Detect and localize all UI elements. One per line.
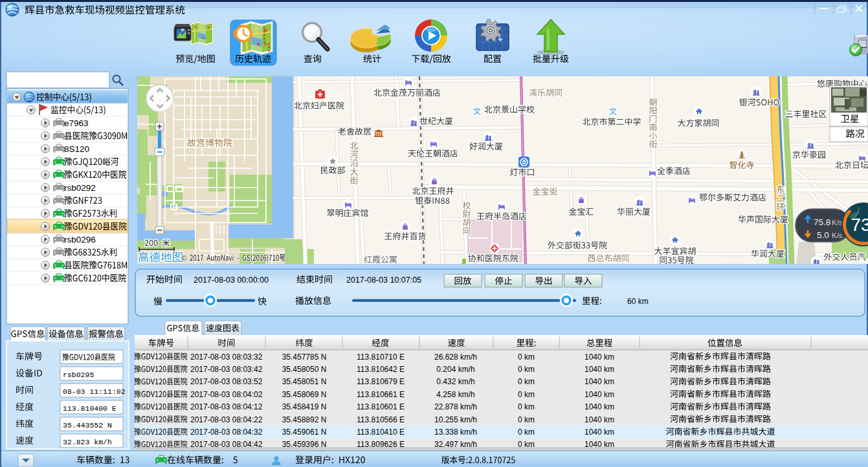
svg-text:0.204 km/h: 0.204 km/h bbox=[436, 365, 474, 374]
svg-text:rsb0295: rsb0295 bbox=[63, 371, 94, 379]
svg-text:0 km: 0 km bbox=[518, 390, 535, 399]
svg-text:1040 km: 1040 km bbox=[584, 402, 614, 411]
svg-text:5.0: 5.0 bbox=[817, 230, 829, 240]
svg-text:0 km: 0 km bbox=[518, 353, 535, 362]
svg-text:0 km: 0 km bbox=[518, 365, 535, 374]
svg-text:22.878 km/h: 22.878 km/h bbox=[434, 402, 477, 411]
svg-text:0 km: 0 km bbox=[518, 377, 535, 386]
svg-text:1040 km: 1040 km bbox=[584, 415, 614, 424]
svg-text:2017-08-03 08:04:32: 2017-08-03 08:04:32 bbox=[190, 428, 263, 437]
svg-text:10.255 km/h: 10.255 km/h bbox=[434, 415, 477, 424]
svg-text:2017-08-03 08:04:12: 2017-08-03 08:04:12 bbox=[190, 402, 263, 411]
svg-text:rsb0292: rsb0292 bbox=[64, 183, 96, 193]
svg-text:35.443552 N: 35.443552 N bbox=[63, 421, 112, 429]
svg-text:13.338 km/h: 13.338 km/h bbox=[434, 428, 477, 437]
svg-text:e7963: e7963 bbox=[64, 118, 89, 128]
svg-text:113.810601 E: 113.810601 E bbox=[357, 402, 405, 411]
svg-text:K/s: K/s bbox=[832, 219, 843, 226]
svg-text:35.458050 N: 35.458050 N bbox=[282, 365, 327, 374]
svg-text:4.258 km/h: 4.258 km/h bbox=[436, 390, 474, 399]
svg-text:60 km: 60 km bbox=[627, 297, 649, 306]
svg-text:1040 km: 1040 km bbox=[584, 365, 614, 374]
svg-text:1040 km: 1040 km bbox=[584, 353, 614, 362]
svg-text:2017-08-03 00:00:00: 2017-08-03 00:00:00 bbox=[194, 276, 269, 285]
svg-text:113.810410 E: 113.810410 E bbox=[357, 428, 405, 437]
svg-text:75.8: 75.8 bbox=[814, 217, 830, 227]
svg-text:2017-08-03 08:03:52: 2017-08-03 08:03:52 bbox=[190, 377, 263, 386]
svg-text:2017-08-03 08:03:42: 2017-08-03 08:03:42 bbox=[190, 365, 263, 374]
svg-text:2017-08-03 10:07:05: 2017-08-03 10:07:05 bbox=[346, 276, 421, 285]
svg-text:0 km: 0 km bbox=[518, 402, 535, 411]
svg-text:rsb0296: rsb0296 bbox=[64, 235, 96, 244]
svg-text:113.810710 E: 113.810710 E bbox=[357, 353, 405, 362]
svg-text:1040 km: 1040 km bbox=[584, 390, 614, 399]
svg-text:113.810679 E: 113.810679 E bbox=[357, 377, 405, 386]
svg-text:35.458892 N: 35.458892 N bbox=[282, 415, 327, 424]
svg-text:8S120: 8S120 bbox=[64, 144, 89, 154]
svg-text:26.628 km/h: 26.628 km/h bbox=[434, 353, 477, 362]
svg-text:113.810566 E: 113.810566 E bbox=[357, 415, 405, 424]
svg-text:0.432 km/h: 0.432 km/h bbox=[436, 377, 474, 386]
svg-text:73: 73 bbox=[851, 215, 868, 235]
svg-text:1040 km: 1040 km bbox=[584, 377, 614, 386]
svg-text:35.458069 N: 35.458069 N bbox=[282, 390, 327, 399]
svg-text:0 km: 0 km bbox=[518, 428, 535, 437]
svg-text:2017-08-03 08:03:32: 2017-08-03 08:03:32 bbox=[190, 353, 263, 362]
svg-text:35.457785 N: 35.457785 N bbox=[282, 353, 327, 362]
svg-text:0 km: 0 km bbox=[518, 415, 535, 424]
svg-text:08-03 11:11:02: 08-03 11:11:02 bbox=[63, 387, 126, 396]
svg-text:2017-08-03 08:04:02: 2017-08-03 08:04:02 bbox=[190, 390, 263, 399]
svg-text:35.459061 N: 35.459061 N bbox=[282, 428, 327, 437]
svg-text:113.810400 E: 113.810400 E bbox=[63, 404, 117, 413]
svg-text:35.458419 N: 35.458419 N bbox=[282, 402, 327, 411]
svg-text:35.458051 N: 35.458051 N bbox=[282, 377, 327, 386]
svg-text:113.810661 E: 113.810661 E bbox=[357, 390, 405, 399]
svg-text:32.823 km/h: 32.823 km/h bbox=[63, 438, 112, 446]
svg-text:1040 km: 1040 km bbox=[584, 428, 614, 437]
svg-text:2017-08-03 08:04:22: 2017-08-03 08:04:22 bbox=[190, 415, 263, 424]
svg-text:K/s: K/s bbox=[832, 232, 843, 239]
svg-text:113.810642 E: 113.810642 E bbox=[357, 365, 405, 374]
